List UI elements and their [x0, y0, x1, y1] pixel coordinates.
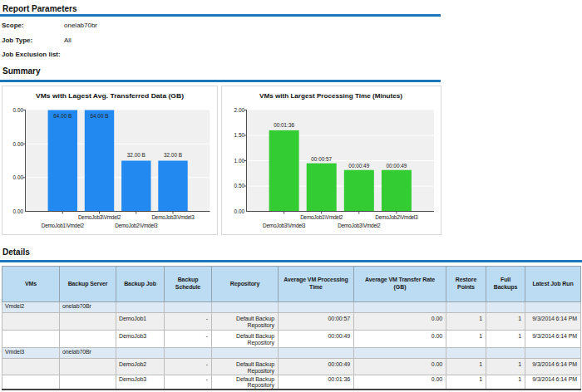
svg-text:1.50: 1.50: [234, 132, 245, 138]
svg-text:0.50: 0.50: [234, 183, 245, 189]
svg-text:1.00: 1.00: [234, 158, 245, 164]
svg-text:00:00:49: 00:00:49: [348, 163, 369, 169]
svg-text:DemoJob1\Vmdel2: DemoJob1\Vmdel2: [300, 214, 343, 220]
svg-text:0.00: 0.00: [13, 208, 24, 214]
svg-text:DemoJob3\Vmdel3: DemoJob3\Vmdel3: [263, 223, 306, 228]
svg-text:64.00 B: 64.00 B: [53, 113, 72, 119]
svg-text:DemoJob3\Vmdel3: DemoJob3\Vmdel3: [151, 214, 195, 220]
svg-text:0.00: 0.00: [13, 107, 24, 113]
svg-text:0.00: 0.00: [234, 208, 245, 214]
svg-text:2.00: 2.00: [234, 107, 245, 113]
svg-text:DemoJob3\Vmdel2: DemoJob3\Vmdel2: [78, 214, 121, 220]
svg-text:DemoJob3\Vmdel2: DemoJob3\Vmdel2: [338, 223, 381, 228]
svg-text:00:00:57: 00:00:57: [311, 156, 332, 162]
svg-text:00:00:49: 00:00:49: [386, 163, 407, 169]
svg-text:64.00 B: 64.00 B: [90, 113, 108, 119]
svg-text:32.00 B: 32.00 B: [127, 152, 146, 158]
svg-text:DemoJob2\Vmdel3: DemoJob2\Vmdel3: [375, 214, 418, 220]
svg-text:0.00: 0.00: [13, 141, 24, 147]
svg-text:00:01:36: 00:01:36: [274, 122, 294, 128]
svg-text:VMs with Lagest Avg. Transferr: VMs with Lagest Avg. Transferred Data (G…: [36, 92, 185, 100]
svg-text:DemoJob1\Vmdel2: DemoJob1\Vmdel2: [42, 223, 85, 228]
svg-text:32.00 B: 32.00 B: [164, 152, 182, 158]
svg-text:0.00: 0.00: [13, 174, 24, 180]
svg-text:DemoJob2\Vmdel3: DemoJob2\Vmdel3: [115, 223, 158, 228]
svg-text:VMs with Largest Processing Ti: VMs with Largest Processing Time (Minute…: [259, 92, 403, 100]
